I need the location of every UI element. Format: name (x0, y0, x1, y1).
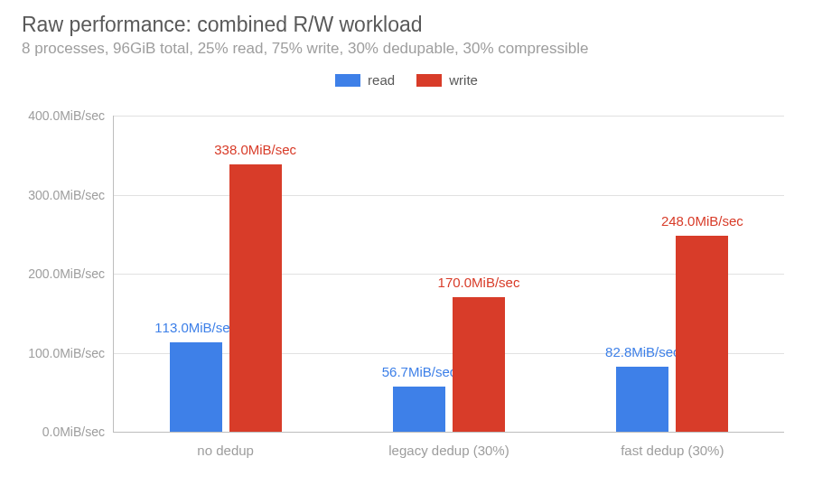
y-tick-label: 100.0MiB/sec (28, 346, 105, 360)
value-label-write: 248.0MiB/sec (661, 213, 743, 229)
value-label-read: 113.0MiB/sec (154, 320, 237, 335)
legend-label-write: write (449, 72, 478, 88)
bar-write (453, 297, 505, 432)
y-tick-label: 200.0MiB/sec (28, 266, 105, 281)
y-tick-label: 0.0MiB/sec (42, 425, 105, 439)
gridline (114, 116, 784, 117)
value-label-read: 82.8MiB/sec (605, 344, 680, 359)
gridline (114, 195, 784, 196)
chart-title: Raw performance: combined R/W workload (22, 13, 423, 37)
legend-swatch-read-icon (335, 74, 360, 87)
y-tick-label: 300.0MiB/sec (28, 188, 105, 202)
legend-label-read: read (368, 72, 395, 88)
value-label-write: 170.0MiB/sec (438, 275, 520, 290)
bar-read (170, 342, 222, 432)
bar-write (676, 236, 728, 432)
x-tick-label: fast dedup (30%) (621, 443, 724, 458)
chart-subtitle: 8 processes, 96GiB total, 25% read, 75% … (22, 40, 588, 58)
y-tick-label: 400.0MiB/sec (28, 108, 105, 123)
bar-read (616, 367, 668, 432)
plot-area: 0.0MiB/sec100.0MiB/sec200.0MiB/sec300.0M… (113, 116, 784, 433)
legend-item-write: write (416, 72, 478, 88)
legend-item-read: read (335, 72, 395, 88)
chart-container: Raw performance: combined R/W workload 8… (0, 0, 813, 504)
chart-legend: read write (0, 72, 813, 89)
bar-write (229, 164, 282, 432)
value-label-write: 338.0MiB/sec (214, 142, 296, 157)
bar-read (393, 387, 445, 432)
x-tick-label: no dedup (197, 443, 254, 458)
legend-swatch-write-icon (416, 74, 442, 87)
x-tick-label: legacy dedup (30%) (388, 443, 509, 458)
value-label-read: 56.7MiB/sec (382, 364, 457, 379)
